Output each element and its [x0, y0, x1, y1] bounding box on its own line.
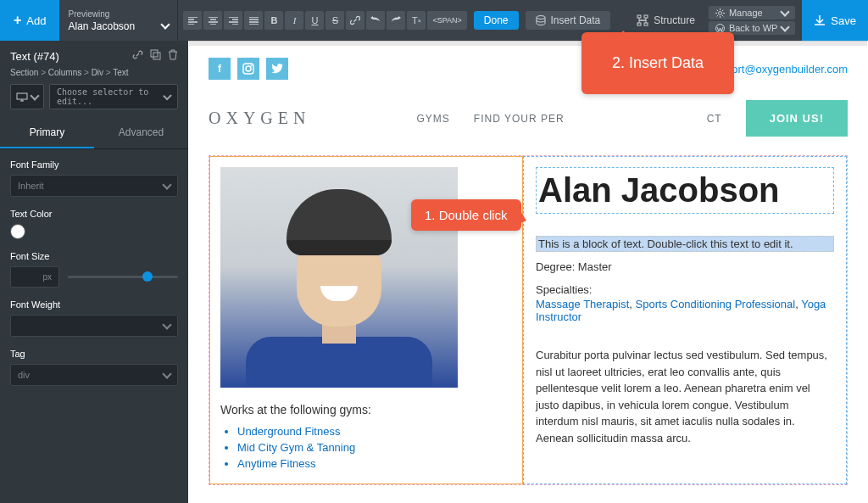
- trash-icon[interactable]: [168, 49, 178, 63]
- editor-canvas: f (678) 999-8212 support@oxygenbuilder.c…: [188, 41, 868, 503]
- specialty-link[interactable]: Massage Therapist: [536, 298, 629, 310]
- chevron-down-icon: [162, 320, 171, 329]
- right-column[interactable]: Alan Jacobson This is a block of text. D…: [523, 156, 847, 484]
- nav-gyms[interactable]: GYMS: [417, 113, 450, 125]
- svg-rect-1: [637, 15, 641, 18]
- save-button[interactable]: Save: [802, 0, 868, 41]
- person-name-heading[interactable]: Alan Jacobson: [536, 167, 834, 214]
- undo-button[interactable]: [366, 11, 385, 30]
- instagram-icon[interactable]: [237, 58, 259, 80]
- bold-button[interactable]: B: [264, 11, 283, 30]
- degree-text: Degree: Master: [536, 260, 834, 273]
- align-justify-button[interactable]: [244, 11, 263, 30]
- tag-label: Tag: [10, 349, 178, 359]
- font-weight-select[interactable]: [10, 315, 178, 337]
- svg-point-5: [718, 11, 721, 14]
- selector-placeholder: Choose selector to edit...: [57, 87, 164, 106]
- add-label: Add: [26, 14, 46, 27]
- add-button[interactable]: +Add: [0, 0, 59, 41]
- gym-link[interactable]: Anytime Fitness: [237, 457, 512, 470]
- tab-primary[interactable]: Primary: [0, 118, 94, 148]
- tag-select[interactable]: div: [10, 364, 178, 386]
- done-button[interactable]: Done: [474, 11, 519, 30]
- redo-button[interactable]: [387, 11, 405, 30]
- gear-icon: [715, 8, 725, 18]
- facebook-icon[interactable]: f: [209, 58, 231, 80]
- structure-button[interactable]: Structure: [630, 14, 702, 26]
- sidebar-tabs: Primary Advanced: [0, 118, 188, 149]
- specialty-link[interactable]: Sports Conditioning Professional: [636, 298, 796, 310]
- bio-text: Curabitur porta pulvinar lectus sed vest…: [536, 347, 834, 446]
- link-button[interactable]: [346, 11, 364, 30]
- chevron-down-icon: [30, 91, 39, 100]
- strike-button[interactable]: S: [326, 11, 344, 30]
- data-icon: [536, 15, 546, 25]
- svg-point-11: [246, 66, 251, 71]
- callout-insert-data: 2. Insert Data: [581, 32, 734, 94]
- italic-button[interactable]: I: [285, 11, 303, 30]
- insert-data-label: Insert Data: [551, 14, 601, 26]
- works-at-label: Works at the following gyms:: [220, 403, 512, 416]
- align-center-button[interactable]: [203, 11, 222, 30]
- site-logo[interactable]: OXYGEN: [209, 109, 310, 128]
- svg-rect-8: [153, 53, 160, 59]
- chevron-down-icon: [781, 7, 790, 16]
- manage-button[interactable]: Manage: [709, 6, 795, 20]
- font-size-input[interactable]: px: [10, 266, 59, 288]
- download-icon: [814, 14, 826, 26]
- gym-link[interactable]: Underground Fitness: [237, 425, 512, 438]
- font-family-label: Font Family: [10, 159, 178, 170]
- clear-format-button[interactable]: T×: [407, 11, 426, 30]
- svg-rect-4: [644, 23, 648, 25]
- chevron-down-icon: [161, 20, 170, 29]
- site-topbar: f (678) 999-8212 support@oxygenbuilder.c…: [188, 46, 868, 92]
- underline-button[interactable]: U: [305, 11, 324, 30]
- save-label: Save: [831, 14, 856, 27]
- font-size-slider[interactable]: [68, 276, 178, 278]
- span-button[interactable]: <SPAN>: [427, 11, 466, 30]
- chevron-down-icon: [781, 22, 790, 31]
- back-label: Back to WP: [729, 23, 777, 33]
- crumb-section[interactable]: Section: [10, 68, 38, 77]
- crumb-text[interactable]: Text: [113, 68, 128, 77]
- tab-advanced[interactable]: Advanced: [94, 118, 188, 148]
- join-button[interactable]: JOIN US!: [746, 100, 848, 137]
- selector-input[interactable]: Choose selector to edit...: [49, 84, 178, 109]
- social-links: f: [209, 58, 288, 80]
- device-selector[interactable]: [10, 84, 44, 109]
- slider-thumb[interactable]: [142, 271, 153, 282]
- nav-find[interactable]: FIND YOUR PER: [474, 113, 565, 125]
- svg-point-12: [251, 65, 253, 67]
- structure-label: Structure: [654, 14, 695, 26]
- previewing-value: Alan Jacobson: [68, 20, 135, 32]
- svg-rect-9: [17, 93, 27, 99]
- svg-rect-7: [151, 50, 158, 57]
- chevron-down-icon: [162, 180, 171, 189]
- crumb-div[interactable]: Div: [92, 68, 103, 77]
- chevron-down-icon: [162, 369, 171, 378]
- text-color-label: Text Color: [10, 209, 178, 219]
- font-size-label: Font Size: [10, 251, 178, 261]
- editable-text-block[interactable]: This is a block of text. Double-click th…: [536, 236, 834, 252]
- app-topbar: +Add Previewing Alan Jacobson B I U S T×…: [0, 0, 868, 41]
- previewing-selector[interactable]: Previewing Alan Jacobson: [59, 0, 178, 41]
- gym-link[interactable]: Mid City Gym & Tanning: [237, 441, 512, 454]
- properties-sidebar: Text (#74) Section > Columns > Div > Tex…: [0, 41, 188, 503]
- callout-double-click: 1. Double click: [411, 199, 521, 231]
- desktop-icon: [16, 92, 28, 102]
- crumb-columns[interactable]: Columns: [48, 68, 81, 77]
- twitter-icon[interactable]: [266, 58, 288, 80]
- plus-icon: +: [14, 13, 21, 28]
- specialties-links: Massage Therapist, Sports Conditioning P…: [536, 298, 834, 323]
- content-section: Works at the following gyms: Underground…: [209, 155, 848, 485]
- text-color-swatch[interactable]: [10, 224, 25, 239]
- copy-icon[interactable]: [150, 49, 161, 63]
- link-icon[interactable]: [132, 49, 143, 63]
- insert-data-button[interactable]: Insert Data: [526, 11, 611, 30]
- wordpress-icon: [715, 24, 725, 33]
- svg-point-0: [537, 16, 545, 20]
- align-right-button[interactable]: [224, 11, 242, 30]
- font-family-select[interactable]: Inherit: [10, 175, 178, 197]
- align-left-button[interactable]: [183, 11, 202, 30]
- nav-ct[interactable]: CT: [707, 113, 722, 125]
